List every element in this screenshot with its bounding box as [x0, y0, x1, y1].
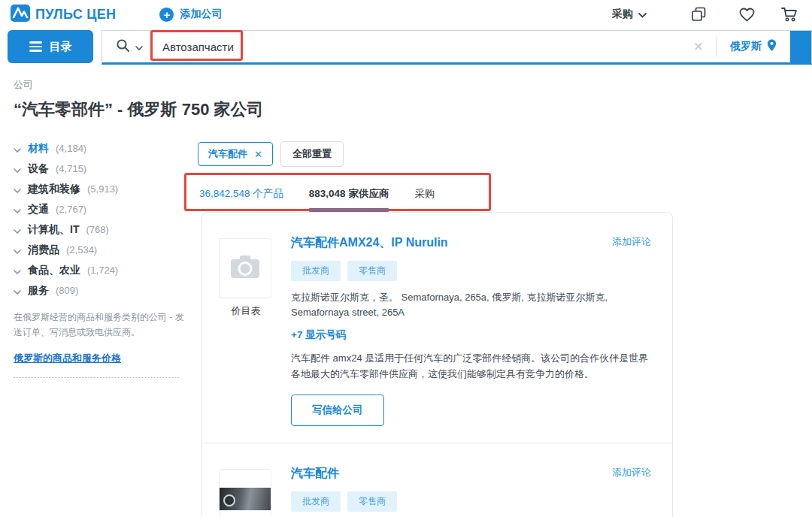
add-company-label: 添加公司: [180, 8, 222, 21]
heart-icon[interactable]: [738, 7, 756, 23]
company-description: 汽车配件 amx24 是适用于任何汽车的广泛零部件经销商。该公司的合作伙伴是世界…: [291, 351, 651, 382]
region-selector[interactable]: 俄罗斯: [717, 39, 790, 54]
search-submit-button[interactable]: [790, 31, 811, 62]
search-box: ✕ 俄罗斯: [102, 30, 812, 65]
chevron-down-icon: [14, 142, 21, 156]
company-photo-image: [220, 488, 271, 510]
active-filters: 汽车配件 ✕ 全部重置: [198, 141, 679, 167]
cart-icon[interactable]: [780, 6, 798, 23]
procurement-menu[interactable]: 采购: [612, 8, 647, 21]
price-list-link[interactable]: 价目表: [219, 304, 273, 318]
tab-products[interactable]: 36,842,548 个产品: [199, 187, 283, 212]
logo-text: ПУЛЬС ЦЕН: [35, 7, 116, 23]
company-thumb-column: 价目表: [219, 235, 273, 426]
company-badges: 批发商 零售商: [291, 491, 651, 512]
add-review-link[interactable]: 添加评论: [612, 466, 651, 479]
badge-retailer: 零售商: [347, 491, 397, 512]
camera-icon: [230, 255, 260, 282]
procurement-label: 采购: [612, 8, 633, 21]
top-bar: ПУЛЬС ЦЕН + 添加公司 采购: [0, 0, 812, 29]
badge-wholesaler: 批发商: [291, 261, 341, 281]
company-card: 价目表 汽车配件AMX24、IP Nurulin 添加评论 批发商 零售商 克拉…: [202, 213, 672, 443]
company-name[interactable]: 汽车配件AMX24、IP Nurulin: [291, 235, 448, 251]
catalog-button[interactable]: 目录: [8, 30, 93, 63]
company-thumb-column: 价目表: [219, 466, 273, 517]
catalog-button-label: 目录: [50, 40, 72, 54]
chevron-down-icon: [638, 8, 647, 20]
search-icon: [116, 38, 130, 56]
reset-all-button[interactable]: 全部重置: [280, 141, 344, 167]
chevron-down-icon: [14, 183, 21, 196]
badge-retailer: 零售商: [347, 261, 397, 281]
company-badges: 批发商 零售商: [291, 261, 651, 281]
active-tab-underline: [309, 208, 389, 212]
search-input[interactable]: [152, 41, 681, 53]
category-sidebar: 材料 (4,184) 设备 (4,715) 建筑和装修 (5,913) 交通 (…: [14, 143, 189, 378]
clear-search-icon[interactable]: ✕: [681, 39, 716, 55]
sidebar-item-food-agriculture[interactable]: 食品、农业 (1,724): [14, 265, 189, 276]
sidebar-item-consumer-goods[interactable]: 消费品 (2,534): [14, 244, 189, 255]
company-card: 价目表 汽车配件 添加评论 批发商 零售商 十月镇村，呃。 121，奥斯特罗夫齐…: [202, 443, 672, 517]
chevron-down-icon: [14, 243, 21, 257]
tab-procurement[interactable]: 采购: [414, 187, 435, 212]
sidebar-item-services[interactable]: 服务 (809): [14, 285, 189, 296]
filter-chip-auto-parts[interactable]: 汽车配件 ✕: [198, 142, 273, 166]
sidebar-prices-link[interactable]: 俄罗斯的商品和服务价格: [14, 352, 121, 365]
chevron-down-icon: [14, 264, 21, 277]
chevron-down-icon: [14, 284, 21, 298]
divider: [14, 377, 179, 378]
company-list-card: 价目表 汽车配件AMX24、IP Nurulin 添加评论 批发商 零售商 克拉…: [201, 212, 673, 517]
breadcrumb[interactable]: 公司: [14, 78, 33, 92]
badge-wholesaler: 批发商: [291, 491, 341, 512]
remove-filter-icon[interactable]: ✕: [254, 149, 262, 160]
chevron-down-icon: [14, 162, 21, 176]
company-address: 克拉斯诺亚尔斯克，圣。 Semafornaya, 265a, 俄罗斯, 克拉斯诺…: [291, 290, 651, 320]
show-phone-link[interactable]: +7 显示号码: [291, 328, 651, 342]
tab-suppliers[interactable]: 883,048 家供应商: [309, 187, 389, 212]
sidebar-note: 在俄罗斯经营的商品和服务类别的公司 - 发送订单、写消息或致电供应商。: [14, 310, 185, 340]
search-bar: 目录 ✕ 俄罗斯: [0, 30, 812, 65]
chevron-down-icon: [14, 203, 21, 216]
page-title: “汽车零部件” - 俄罗斯 750 家公司: [14, 98, 263, 121]
compare-pages-icon[interactable]: [690, 6, 707, 23]
result-tabs: 36,842,548 个产品 883,048 家供应商 采购: [199, 187, 679, 212]
add-company-button[interactable]: + 添加公司: [159, 8, 222, 22]
add-review-link[interactable]: 添加评论: [612, 235, 651, 249]
sidebar-item-transport[interactable]: 交通 (2,767): [14, 204, 189, 215]
plus-circle-icon: +: [159, 8, 174, 22]
company-photo-placeholder[interactable]: [219, 238, 271, 298]
sidebar-item-computers-it[interactable]: 计算机、IT (768): [14, 224, 189, 235]
site-logo[interactable]: ПУЛЬС ЦЕН: [11, 5, 116, 25]
chevron-down-icon: [135, 40, 143, 53]
write-to-company-button[interactable]: 写信给公司: [291, 395, 384, 426]
location-pin-icon: [767, 39, 777, 54]
sidebar-item-construction[interactable]: 建筑和装修 (5,913): [14, 183, 189, 195]
hamburger-icon: [29, 41, 42, 52]
sidebar-item-materials[interactable]: 材料 (4,184): [14, 143, 189, 154]
chevron-down-icon: [14, 223, 21, 237]
results-area: 汽车配件 ✕ 全部重置 36,842,548 个产品 883,048 家供应商 …: [198, 141, 679, 517]
region-label: 俄罗斯: [730, 40, 762, 53]
logo-pulse-icon: [11, 5, 30, 25]
search-type-selector[interactable]: [102, 38, 152, 56]
company-photo[interactable]: [219, 469, 271, 517]
sidebar-item-equipment[interactable]: 设备 (4,715): [14, 163, 189, 174]
company-name[interactable]: 汽车配件: [291, 466, 339, 482]
